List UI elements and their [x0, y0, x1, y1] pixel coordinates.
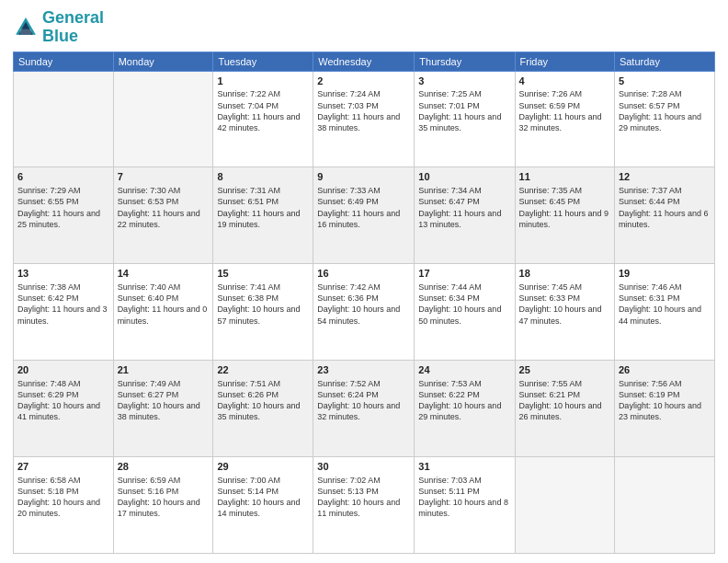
- day-info: Sunrise: 7:35 AM: [519, 185, 610, 196]
- day-number: 19: [619, 267, 711, 281]
- day-info: Sunset: 5:18 PM: [17, 486, 109, 497]
- day-info: Sunrise: 6:59 AM: [118, 475, 210, 486]
- day-info: Sunset: 6:36 PM: [317, 293, 410, 304]
- day-info: Sunrise: 7:53 AM: [418, 378, 510, 389]
- day-info: Sunrise: 7:40 AM: [118, 282, 210, 293]
- day-info: Sunrise: 7:22 AM: [217, 88, 309, 99]
- day-info: Daylight: 10 hours and 29 minutes.: [418, 400, 510, 422]
- day-number: 22: [217, 363, 309, 377]
- day-info: Sunset: 6:19 PM: [619, 389, 711, 400]
- day-info: Daylight: 11 hours and 22 minutes.: [118, 208, 210, 230]
- day-info: Sunset: 6:21 PM: [519, 389, 610, 400]
- day-info: Sunrise: 7:26 AM: [519, 88, 610, 99]
- day-info: Daylight: 10 hours and 20 minutes.: [17, 497, 109, 519]
- calendar-cell: [614, 457, 714, 554]
- day-info: Daylight: 11 hours and 0 minutes.: [118, 304, 210, 326]
- calendar-cell: 6Sunrise: 7:29 AMSunset: 6:55 PMDaylight…: [14, 167, 114, 264]
- day-info: Daylight: 10 hours and 38 minutes.: [118, 400, 210, 422]
- calendar-cell: 22Sunrise: 7:51 AMSunset: 6:26 PMDayligh…: [213, 361, 313, 457]
- day-info: Sunrise: 7:46 AM: [619, 282, 711, 293]
- weekday-header-tuesday: Tuesday: [213, 52, 313, 71]
- day-number: 17: [418, 267, 510, 281]
- day-info: Sunrise: 7:34 AM: [418, 185, 510, 196]
- calendar-week-3: 13Sunrise: 7:38 AMSunset: 6:42 PMDayligh…: [14, 264, 715, 361]
- calendar-cell: 7Sunrise: 7:30 AMSunset: 6:53 PMDaylight…: [113, 167, 213, 264]
- calendar-cell: 29Sunrise: 7:00 AMSunset: 5:14 PMDayligh…: [213, 457, 313, 554]
- day-info: Daylight: 11 hours and 25 minutes.: [17, 208, 109, 230]
- logo-icon: [13, 15, 39, 40]
- day-number: 14: [118, 267, 210, 281]
- weekday-header-friday: Friday: [515, 52, 614, 71]
- day-info: Daylight: 11 hours and 3 minutes.: [17, 304, 109, 326]
- calendar-week-4: 20Sunrise: 7:48 AMSunset: 6:29 PMDayligh…: [14, 361, 715, 457]
- calendar-week-5: 27Sunrise: 6:58 AMSunset: 5:18 PMDayligh…: [14, 457, 715, 554]
- day-info: Sunset: 6:42 PM: [17, 293, 109, 304]
- day-info: Sunrise: 7:25 AM: [418, 88, 510, 99]
- day-number: 3: [418, 75, 510, 88]
- day-number: 26: [619, 363, 711, 377]
- day-info: Sunset: 6:33 PM: [519, 293, 610, 304]
- weekday-header-wednesday: Wednesday: [313, 52, 415, 71]
- calendar-cell: 1Sunrise: 7:22 AMSunset: 7:04 PMDaylight…: [213, 71, 313, 167]
- day-info: Daylight: 10 hours and 32 minutes.: [317, 400, 410, 422]
- calendar-cell: 18Sunrise: 7:45 AMSunset: 6:33 PMDayligh…: [515, 264, 614, 361]
- svg-rect-2: [20, 29, 31, 34]
- day-info: Sunrise: 7:24 AM: [317, 88, 410, 99]
- day-info: Sunset: 6:26 PM: [217, 389, 309, 400]
- calendar-cell: 2Sunrise: 7:24 AMSunset: 7:03 PMDaylight…: [313, 71, 415, 167]
- day-number: 20: [17, 363, 109, 377]
- day-number: 11: [519, 170, 610, 184]
- calendar-cell: 30Sunrise: 7:02 AMSunset: 5:13 PMDayligh…: [313, 457, 415, 554]
- day-info: Daylight: 10 hours and 17 minutes.: [118, 497, 210, 519]
- calendar-cell: 4Sunrise: 7:26 AMSunset: 6:59 PMDaylight…: [515, 71, 614, 167]
- weekday-header-sunday: Sunday: [14, 52, 114, 71]
- day-info: Sunset: 6:40 PM: [118, 293, 210, 304]
- day-info: Sunrise: 7:00 AM: [217, 475, 309, 486]
- calendar-cell: 27Sunrise: 6:58 AMSunset: 5:18 PMDayligh…: [14, 457, 114, 554]
- day-info: Sunrise: 7:37 AM: [619, 185, 711, 196]
- calendar-cell: 15Sunrise: 7:41 AMSunset: 6:38 PMDayligh…: [213, 264, 313, 361]
- calendar-cell: 11Sunrise: 7:35 AMSunset: 6:45 PMDayligh…: [515, 167, 614, 264]
- day-info: Sunset: 6:57 PM: [619, 100, 711, 111]
- weekday-header-thursday: Thursday: [415, 52, 515, 71]
- calendar-cell: 14Sunrise: 7:40 AMSunset: 6:40 PMDayligh…: [113, 264, 213, 361]
- calendar-table: SundayMondayTuesdayWednesdayThursdayFrid…: [13, 52, 715, 554]
- day-info: Daylight: 11 hours and 9 minutes.: [519, 208, 610, 230]
- day-number: 4: [519, 75, 610, 88]
- calendar-cell: 25Sunrise: 7:55 AMSunset: 6:21 PMDayligh…: [515, 361, 614, 457]
- day-info: Sunset: 7:04 PM: [217, 100, 309, 111]
- calendar-cell: 17Sunrise: 7:44 AMSunset: 6:34 PMDayligh…: [415, 264, 515, 361]
- day-number: 13: [17, 267, 109, 281]
- day-number: 9: [317, 170, 410, 184]
- day-info: Sunrise: 7:48 AM: [17, 378, 109, 389]
- calendar-week-1: 1Sunrise: 7:22 AMSunset: 7:04 PMDaylight…: [14, 71, 715, 167]
- calendar-cell: 31Sunrise: 7:03 AMSunset: 5:11 PMDayligh…: [415, 457, 515, 554]
- day-number: 5: [619, 75, 711, 88]
- day-info: Sunset: 6:24 PM: [317, 389, 410, 400]
- day-number: 10: [418, 170, 510, 184]
- day-info: Daylight: 11 hours and 35 minutes.: [418, 111, 510, 133]
- day-number: 23: [317, 363, 410, 377]
- calendar-cell: 20Sunrise: 7:48 AMSunset: 6:29 PMDayligh…: [14, 361, 114, 457]
- day-info: Sunrise: 7:29 AM: [17, 185, 109, 196]
- day-info: Sunrise: 7:56 AM: [619, 378, 711, 389]
- day-info: Daylight: 10 hours and 8 minutes.: [418, 497, 510, 519]
- day-number: 29: [217, 460, 309, 474]
- day-info: Daylight: 10 hours and 11 minutes.: [317, 497, 410, 519]
- day-info: Sunset: 6:55 PM: [17, 196, 109, 207]
- day-info: Daylight: 10 hours and 41 minutes.: [17, 400, 109, 422]
- day-info: Daylight: 11 hours and 16 minutes.: [317, 208, 410, 230]
- day-number: 31: [418, 460, 510, 474]
- day-info: Sunset: 6:29 PM: [17, 389, 109, 400]
- day-number: 21: [118, 363, 210, 377]
- day-info: Daylight: 10 hours and 54 minutes.: [317, 304, 410, 326]
- day-info: Sunrise: 7:03 AM: [418, 475, 510, 486]
- day-info: Sunrise: 6:58 AM: [17, 475, 109, 486]
- day-info: Sunset: 7:03 PM: [317, 100, 410, 111]
- logo: General Blue: [13, 9, 104, 46]
- calendar-cell: 9Sunrise: 7:33 AMSunset: 6:49 PMDaylight…: [313, 167, 415, 264]
- logo-text2: Blue: [42, 28, 104, 46]
- day-info: Sunrise: 7:30 AM: [118, 185, 210, 196]
- day-number: 1: [217, 75, 309, 88]
- day-info: Sunrise: 7:02 AM: [317, 475, 410, 486]
